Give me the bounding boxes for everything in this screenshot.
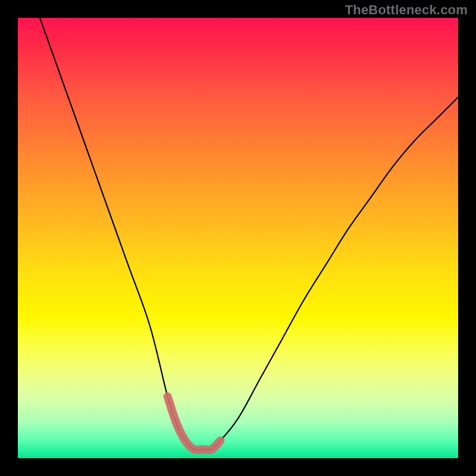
plot-area [18,18,458,458]
bottleneck-curve [40,18,458,450]
watermark-text: TheBottleneck.com [345,2,468,18]
chart-frame: TheBottleneck.com [0,0,476,476]
valley-marker [168,396,221,450]
curve-layer [18,18,458,458]
